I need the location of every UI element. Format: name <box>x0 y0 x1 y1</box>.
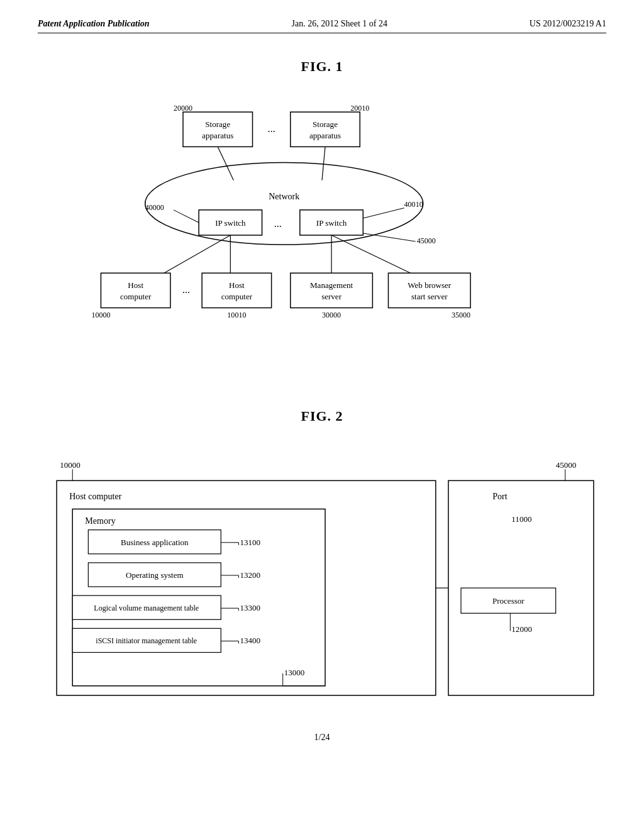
svg-text:40000: 40000 <box>145 203 164 212</box>
svg-text:20010: 20010 <box>350 104 369 113</box>
svg-text:IP switch: IP switch <box>316 218 347 228</box>
svg-text:start server: start server <box>411 292 448 301</box>
svg-text:server: server <box>321 292 342 301</box>
page-footer: 1/24 <box>38 733 606 743</box>
svg-text:Memory: Memory <box>85 516 115 526</box>
svg-text:45000: 45000 <box>417 236 436 245</box>
svg-text:Network: Network <box>269 191 300 201</box>
header-center: Jan. 26, 2012 Sheet 1 of 24 <box>292 19 387 29</box>
svg-text:12000: 12000 <box>511 624 532 634</box>
svg-text:Operating system: Operating system <box>126 570 184 580</box>
svg-rect-0 <box>183 112 252 147</box>
svg-text:13300: 13300 <box>240 603 260 612</box>
svg-text:apparatus: apparatus <box>309 131 341 140</box>
svg-text:Management: Management <box>310 280 353 290</box>
fig2-title: FIG. 2 <box>38 408 606 424</box>
svg-text:IP switch: IP switch <box>215 218 246 228</box>
svg-text:10010: 10010 <box>227 311 246 319</box>
svg-text:Logical volume management tabl: Logical volume management table <box>94 604 199 612</box>
svg-text:iSCSI initiator management tab: iSCSI initiator management table <box>96 636 197 645</box>
fig1-svg: Storage apparatus 20000 ... Storage appa… <box>38 94 606 370</box>
svg-rect-33 <box>202 273 271 307</box>
svg-text:Web browser: Web browser <box>408 280 452 290</box>
fig2-svg: Host computer 10000 Memory Business appl… <box>38 443 606 707</box>
svg-text:30000: 30000 <box>322 311 341 319</box>
svg-line-23 <box>363 233 415 241</box>
svg-text:Host: Host <box>229 280 245 290</box>
page-header: Patent Application Publication Jan. 26, … <box>38 19 606 33</box>
fig1-diagram: Storage apparatus 20000 ... Storage appa… <box>38 94 606 370</box>
svg-text:35000: 35000 <box>452 311 470 319</box>
header-left: Patent Application Publication <box>38 19 150 29</box>
header-right: US 2012/0023219 A1 <box>530 19 606 29</box>
page: Patent Application Publication Jan. 26, … <box>0 0 644 830</box>
svg-text:10000: 10000 <box>91 311 110 319</box>
svg-text:...: ... <box>274 218 282 229</box>
svg-text:Host computer: Host computer <box>69 491 121 501</box>
svg-text:computer: computer <box>221 292 253 301</box>
svg-point-9 <box>145 163 423 245</box>
svg-text:13200: 13200 <box>240 570 260 580</box>
svg-rect-5 <box>291 112 360 147</box>
svg-text:Port: Port <box>492 491 508 501</box>
svg-text:20000: 20000 <box>174 104 192 113</box>
svg-text:13100: 13100 <box>240 538 260 547</box>
svg-line-24 <box>164 235 230 273</box>
svg-text:40010: 40010 <box>404 200 423 209</box>
svg-text:computer: computer <box>120 292 152 301</box>
svg-text:Host: Host <box>128 280 143 290</box>
svg-text:45000: 45000 <box>556 460 577 470</box>
svg-text:Storage: Storage <box>313 119 338 129</box>
svg-text:13000: 13000 <box>284 668 305 677</box>
svg-rect-41 <box>388 273 470 307</box>
fig2-diagram: Host computer 10000 Memory Business appl… <box>38 443 606 707</box>
svg-text:13400: 13400 <box>240 636 260 645</box>
svg-text:11000: 11000 <box>511 514 532 524</box>
svg-text:...: ... <box>182 284 190 295</box>
svg-text:10000: 10000 <box>60 460 80 470</box>
svg-rect-28 <box>101 273 170 307</box>
svg-text:Business application: Business application <box>121 538 189 547</box>
fig1-title: FIG. 1 <box>38 58 606 75</box>
svg-rect-37 <box>291 273 373 307</box>
svg-text:Processor: Processor <box>492 596 525 606</box>
svg-text:apparatus: apparatus <box>202 131 233 140</box>
svg-text:Storage: Storage <box>205 119 230 129</box>
svg-line-27 <box>331 235 411 273</box>
svg-text:...: ... <box>268 123 275 134</box>
